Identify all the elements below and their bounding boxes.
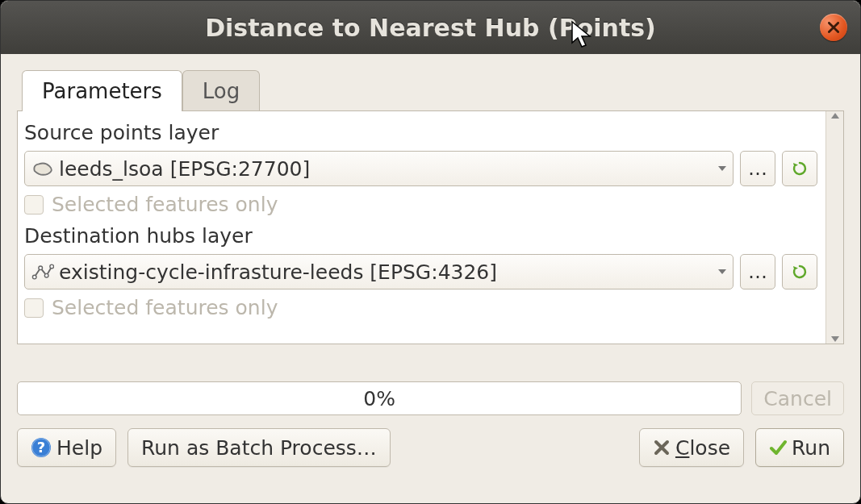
dest-selected-only-checkbox[interactable] — [24, 298, 44, 318]
dest-layer-label: Destination hubs layer — [24, 224, 817, 248]
svg-point-1 — [39, 266, 43, 270]
chevron-down-icon — [718, 166, 726, 171]
svg-point-0 — [32, 275, 36, 279]
line-layer-icon — [31, 264, 54, 280]
x-icon — [653, 439, 671, 456]
source-selected-only-row: Selected features only — [24, 193, 817, 216]
dialog-body: Parameters Log Source points layer leeds… — [1, 54, 860, 503]
dest-iterate-button[interactable] — [782, 254, 817, 289]
parameters-content: Source points layer leeds_lsoa [EPSG:277… — [18, 111, 825, 344]
progress-row: 0% Cancel — [17, 381, 844, 415]
source-layer-label: Source points layer — [24, 121, 817, 144]
svg-point-2 — [44, 273, 48, 277]
button-row: ? Help Run as Batch Process… CCloselose — [17, 428, 844, 467]
dest-browse-button[interactable]: … — [740, 254, 775, 289]
source-layer-value: leeds_lsoa [EPSG:27700] — [59, 157, 713, 181]
scroll-up-icon[interactable] — [831, 113, 839, 119]
tab-log[interactable]: Log — [182, 70, 260, 111]
window-close-button[interactable] — [820, 14, 847, 41]
panel-scrollbar[interactable] — [825, 111, 843, 344]
tab-parameters[interactable]: Parameters — [22, 70, 182, 111]
source-browse-button[interactable]: … — [740, 151, 775, 186]
dest-selected-only-label: Selected features only — [52, 296, 278, 319]
close-icon — [828, 22, 839, 33]
scroll-down-icon[interactable] — [831, 336, 839, 342]
source-layer-combo[interactable]: leeds_lsoa [EPSG:27700] — [24, 151, 734, 186]
svg-text:?: ? — [37, 439, 45, 456]
svg-point-3 — [50, 264, 54, 269]
help-button[interactable]: ? Help — [17, 428, 116, 467]
cancel-button: Cancel — [751, 381, 844, 415]
run-button[interactable]: Run — [755, 428, 844, 467]
source-iterate-button[interactable] — [782, 151, 817, 186]
tab-bar: Parameters Log — [17, 70, 844, 111]
parameters-panel: Source points layer leeds_lsoa [EPSG:277… — [17, 110, 844, 344]
source-selected-only-checkbox[interactable] — [24, 195, 44, 215]
dest-layer-combo[interactable]: existing-cycle-infrasture-leeds [EPSG:43… — [24, 254, 734, 289]
help-icon: ? — [31, 437, 52, 458]
check-icon — [769, 439, 787, 456]
refresh-icon — [792, 160, 808, 177]
chevron-down-icon — [718, 269, 726, 274]
dest-selected-only-row: Selected features only — [24, 296, 817, 319]
titlebar[interactable]: Distance to Nearest Hub (Points) — [1, 1, 860, 54]
progress-text: 0% — [363, 387, 395, 410]
close-button[interactable]: CCloselose — [639, 428, 744, 467]
window-title: Distance to Nearest Hub (Points) — [205, 14, 656, 42]
refresh-icon — [792, 264, 808, 280]
batch-button[interactable]: Run as Batch Process… — [127, 428, 391, 467]
polygon-layer-icon — [31, 160, 54, 177]
progress-bar: 0% — [17, 381, 742, 415]
dialog-window: Distance to Nearest Hub (Points) Paramet… — [0, 0, 861, 504]
source-selected-only-label: Selected features only — [52, 193, 278, 216]
dest-layer-value: existing-cycle-infrasture-leeds [EPSG:43… — [59, 260, 713, 284]
